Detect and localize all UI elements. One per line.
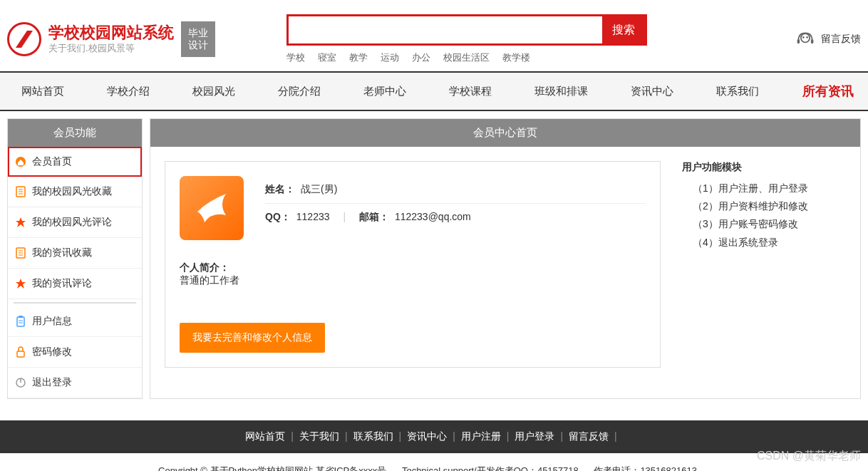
grad-badge: 毕业 设计 bbox=[181, 21, 215, 57]
svg-point-0 bbox=[801, 33, 810, 42]
avatar bbox=[180, 176, 244, 240]
watermark: CSDN @黄菊华老师 bbox=[757, 449, 861, 464]
nav-item[interactable]: 学校介绍 bbox=[86, 75, 171, 108]
star-icon bbox=[15, 217, 26, 228]
sidebar-item[interactable]: 退出登录 bbox=[8, 368, 142, 398]
nav-item[interactable]: 资讯中心 bbox=[609, 75, 695, 108]
profile-card: 姓名：战三(男) QQ：112233 | 邮箱：112233@qq.com 个人… bbox=[165, 161, 661, 368]
sidebar-item-label: 我的资讯收藏 bbox=[32, 247, 92, 259]
footer-nav-item[interactable]: 用户登录 bbox=[515, 430, 554, 442]
profile-name-row: 姓名：战三(男) bbox=[265, 176, 646, 204]
footer-nav-item[interactable]: 资讯中心 bbox=[407, 430, 447, 442]
search-tag[interactable]: 寝室 bbox=[318, 52, 336, 63]
sidebar-item[interactable]: 我的校园风光评论 bbox=[8, 207, 142, 238]
site-title: 学校校园网站系统 bbox=[48, 24, 174, 42]
svg-rect-3 bbox=[797, 39, 800, 43]
profile-bio: 个人简介： 普通的工作者 bbox=[180, 262, 646, 287]
sidebar-item-label: 用户信息 bbox=[32, 315, 72, 328]
nav-item[interactable]: 联系我们 bbox=[695, 75, 780, 108]
headset-icon bbox=[795, 29, 815, 49]
star-icon bbox=[15, 278, 26, 289]
content-panel: 会员中心首页 姓名：战三(男) QQ：112233 | 邮箱：112233@ bbox=[150, 118, 861, 399]
svg-point-2 bbox=[806, 36, 808, 38]
svg-rect-18 bbox=[17, 351, 24, 357]
home-icon bbox=[15, 156, 26, 167]
content-title: 会员中心首页 bbox=[150, 119, 860, 147]
svg-rect-4 bbox=[811, 39, 814, 43]
profile-contact-row: QQ：112233 | 邮箱：112233@qq.com bbox=[265, 204, 646, 231]
sidebar-item[interactable]: 我的校园风光收藏 bbox=[8, 177, 142, 207]
nav-item[interactable]: 班级和排课 bbox=[513, 75, 609, 108]
svg-rect-15 bbox=[19, 316, 23, 318]
doc-icon bbox=[15, 247, 26, 259]
search-tags: 学校寝室教学运动办公校园生活区教学楼 bbox=[286, 51, 647, 64]
module-title: 用户功能模块 bbox=[682, 161, 846, 174]
sidebar-item-label: 会员首页 bbox=[32, 155, 72, 168]
sidebar-item[interactable]: 密码修改 bbox=[8, 337, 142, 368]
power-icon bbox=[15, 377, 26, 388]
main-nav: 网站首页学校介绍校园风光分院介绍老师中心学校课程班级和排课资讯中心联系我们所有资… bbox=[0, 71, 868, 111]
nav-item[interactable]: 学校课程 bbox=[428, 75, 513, 108]
site-subtitle: 关于我们.校园风景等 bbox=[48, 42, 174, 55]
logo-area: 学校校园网站系统 关于我们.校园风景等 毕业 设计 bbox=[7, 21, 215, 57]
nav-item[interactable]: 校园风光 bbox=[171, 75, 257, 108]
module-item: （3）用户账号密码修改 bbox=[693, 215, 846, 233]
edit-profile-button[interactable]: 我要去完善和修改个人信息 bbox=[180, 323, 325, 353]
svg-point-1 bbox=[802, 36, 805, 38]
sidebar-item-label: 退出登录 bbox=[32, 376, 72, 389]
search-box: 搜索 bbox=[286, 14, 647, 46]
sidebar-item[interactable]: 我的资讯收藏 bbox=[8, 238, 142, 269]
search-button[interactable]: 搜索 bbox=[602, 16, 645, 43]
sidebar-item-label: 我的校园风光评论 bbox=[32, 216, 112, 229]
search-tag[interactable]: 学校 bbox=[286, 52, 305, 63]
sidebar-item[interactable]: 用户信息 bbox=[8, 306, 142, 337]
search-tag[interactable]: 教学楼 bbox=[502, 52, 530, 63]
footer-nav: 网站首页|关于我们|联系我们|资讯中心|用户注册|用户登录|留言反馈| bbox=[0, 420, 868, 453]
nav-all-news[interactable]: 所有资讯 bbox=[788, 73, 868, 110]
module-item: （2）用户资料维护和修改 bbox=[693, 197, 846, 215]
footer-copyright: Copyright © 基于Python学校校园网站 某省ICP备xxxx号 T… bbox=[0, 453, 868, 471]
svg-rect-14 bbox=[17, 317, 24, 326]
search-tag[interactable]: 教学 bbox=[349, 52, 368, 63]
nav-item[interactable]: 分院介绍 bbox=[257, 75, 342, 108]
feedback-link[interactable]: 留言反馈 bbox=[795, 29, 861, 49]
sidebar-item-label: 我的资讯评论 bbox=[32, 277, 92, 290]
sidebar-item-label: 我的校园风光收藏 bbox=[32, 185, 112, 198]
doc-icon bbox=[15, 186, 26, 197]
nav-item[interactable]: 老师中心 bbox=[342, 75, 428, 108]
nav-item[interactable]: 网站首页 bbox=[0, 75, 86, 108]
lock-icon bbox=[15, 346, 26, 358]
sidebar-item[interactable]: 我的资讯评论 bbox=[8, 269, 142, 299]
clipboard-icon bbox=[15, 316, 26, 327]
search-tag[interactable]: 运动 bbox=[381, 52, 399, 63]
sidebar: 会员功能 会员首页我的校园风光收藏我的校园风光评论我的资讯收藏我的资讯评论 用户… bbox=[7, 118, 143, 399]
sidebar-title: 会员功能 bbox=[8, 119, 142, 147]
module-item: （1）用户注册、用户登录 bbox=[693, 180, 846, 197]
module-panel: 用户功能模块 （1）用户注册、用户登录（2）用户资料维护和修改（3）用户账号密码… bbox=[682, 161, 846, 368]
footer-nav-item[interactable]: 用户注册 bbox=[461, 430, 501, 442]
search-tag[interactable]: 办公 bbox=[412, 52, 430, 63]
footer-nav-item[interactable]: 关于我们 bbox=[299, 430, 339, 442]
search-tag[interactable]: 校园生活区 bbox=[443, 52, 490, 63]
module-item: （4）退出系统登录 bbox=[693, 234, 846, 252]
sidebar-item-label: 密码修改 bbox=[32, 346, 72, 358]
footer-nav-item[interactable]: 联系我们 bbox=[353, 430, 393, 442]
search-input[interactable] bbox=[289, 16, 602, 43]
footer-nav-item[interactable]: 网站首页 bbox=[245, 430, 285, 442]
sidebar-item[interactable]: 会员首页 bbox=[8, 147, 142, 177]
logo-icon bbox=[7, 22, 41, 56]
sidebar-divider bbox=[14, 302, 136, 304]
footer-nav-item[interactable]: 留言反馈 bbox=[569, 430, 609, 442]
